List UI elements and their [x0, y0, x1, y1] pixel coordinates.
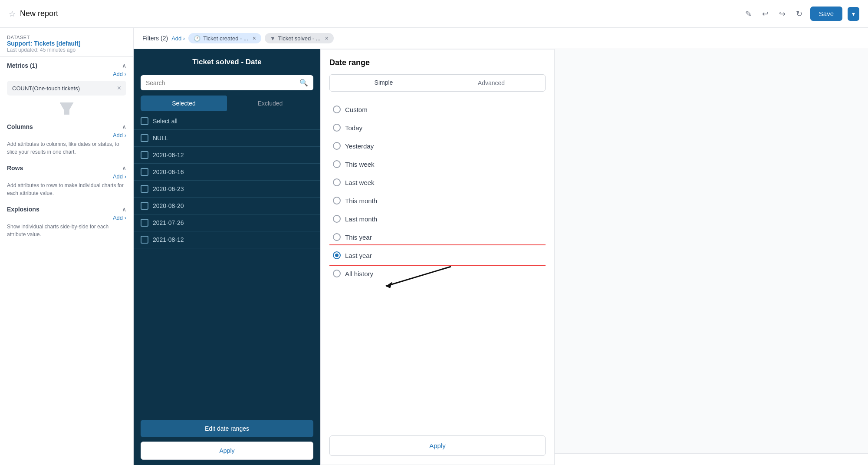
selected-tab[interactable]: Selected	[141, 96, 227, 111]
advanced-tab[interactable]: Advanced	[437, 75, 545, 91]
date-range-panel: Date range Simple Advanced Custom	[320, 49, 555, 465]
list-item-4[interactable]: 2021-07-26	[134, 214, 320, 231]
radio-all-history[interactable]	[333, 270, 341, 277]
list-item-1[interactable]: 2020-06-16	[134, 164, 320, 181]
list-item-select-all[interactable]: Select all	[134, 113, 320, 130]
filter-chip-ticket-solved-close[interactable]: ×	[323, 35, 329, 42]
ticket-solved-popup: Ticket solved - Date 🔍 Selected Excluded	[134, 49, 320, 465]
radio-this-month[interactable]	[333, 197, 341, 204]
metrics-header: Metrics (1) ∧	[0, 57, 133, 71]
list-item-5-label: 2021-08-12	[153, 236, 184, 243]
rows-toggle[interactable]: ∧	[122, 165, 126, 171]
rows-add-link[interactable]: Add ›	[0, 173, 133, 180]
option-custom[interactable]: Custom	[329, 100, 546, 119]
filter-chip-ticket-created[interactable]: 🕐 Ticket created - ... ×	[188, 33, 261, 43]
report-area: Ticket solved - Date 🔍 Selected Excluded	[134, 49, 868, 465]
list-item-3[interactable]: 2020-08-20	[134, 198, 320, 214]
option-yesterday[interactable]: Yesterday	[329, 137, 546, 155]
clock-icon: 🕐	[194, 35, 201, 42]
option-this-month[interactable]: This month	[329, 191, 546, 210]
dataset-section: Dataset Support: Tickets [default] Last …	[0, 28, 133, 57]
apply-button-popup[interactable]: Apply	[141, 442, 313, 460]
save-button[interactable]: Save	[810, 7, 842, 21]
radio-yesterday[interactable]	[333, 142, 341, 150]
top-bar: ☆ New report ✎ ↩ ↪ ↻ Save ▾	[0, 0, 868, 28]
top-bar-left: ☆ New report	[9, 9, 58, 19]
star-icon[interactable]: ☆	[9, 9, 16, 19]
checkbox-5[interactable]	[141, 236, 148, 244]
popup-search-container[interactable]: 🔍	[141, 75, 313, 90]
option-last-week[interactable]: Last week	[329, 173, 546, 191]
option-all-history[interactable]: All history	[329, 264, 546, 283]
radio-custom[interactable]	[333, 106, 341, 113]
explosions-desc: Show individual charts side-by-side for …	[0, 221, 133, 242]
radio-last-year-inner	[335, 254, 339, 257]
explosions-add-link[interactable]: Add ›	[0, 214, 133, 221]
radio-today[interactable]	[333, 124, 341, 132]
metrics-toggle[interactable]: ∧	[122, 62, 126, 69]
option-last-year[interactable]: Last year	[329, 246, 546, 264]
option-last-month-label: Last month	[345, 215, 377, 223]
metric-chip-close[interactable]: ×	[117, 84, 121, 92]
checkbox-4[interactable]	[141, 219, 148, 227]
date-range-apply-button[interactable]: Apply	[329, 435, 546, 456]
option-last-year-label: Last year	[345, 252, 372, 259]
simple-tab[interactable]: Simple	[330, 75, 437, 91]
undo-icon[interactable]: ↩	[760, 7, 771, 21]
list-item-null-label: NULL	[153, 135, 168, 142]
excluded-tab[interactable]: Excluded	[227, 96, 313, 111]
popup-tabs: Selected Excluded	[141, 96, 313, 111]
checkbox-select-all[interactable]	[141, 117, 148, 125]
search-input[interactable]	[146, 79, 299, 86]
redo-icon[interactable]: ↪	[776, 7, 788, 21]
popup-overlay: Ticket solved - Date 🔍 Selected Excluded	[134, 49, 868, 465]
filter-chip-ticket-created-close[interactable]: ×	[251, 35, 256, 42]
filter-chip-ticket-solved-label: Ticket solved - ...	[278, 35, 321, 42]
option-today-label: Today	[345, 124, 362, 132]
columns-header: Columns ∧	[0, 118, 133, 132]
option-last-month[interactable]: Last month	[329, 210, 546, 228]
columns-toggle[interactable]: ∧	[122, 123, 126, 130]
checkbox-2[interactable]	[141, 185, 148, 193]
list-item-2-label: 2020-06-23	[153, 185, 184, 192]
radio-this-year[interactable]	[333, 233, 341, 241]
option-last-week-label: Last week	[345, 179, 375, 186]
dataset-updated: Last updated: 45 minutes ago	[7, 47, 126, 53]
list-item-5[interactable]: 2021-08-12	[134, 231, 320, 248]
checkbox-0[interactable]	[141, 151, 148, 159]
list-item-0[interactable]: 2020-06-12	[134, 147, 320, 164]
filter-add-link[interactable]: Add ›	[171, 35, 185, 42]
filter-chip-ticket-solved[interactable]: ▼ Ticket solved - ... ×	[265, 33, 334, 43]
search-icon[interactable]: 🔍	[299, 79, 308, 87]
filter-chip-ticket-created-label: Ticket created - ...	[203, 35, 248, 42]
radio-this-week[interactable]	[333, 160, 341, 168]
list-item-null[interactable]: NULL	[134, 130, 320, 147]
rows-header: Rows ∧	[0, 159, 133, 173]
dataset-label: Dataset	[7, 35, 126, 40]
refresh-icon[interactable]: ↻	[793, 7, 805, 21]
metrics-add-link[interactable]: Add ›	[0, 71, 133, 77]
option-today[interactable]: Today	[329, 119, 546, 137]
edit-icon[interactable]: ✎	[743, 7, 754, 21]
checkbox-1[interactable]	[141, 168, 148, 176]
radio-last-month[interactable]	[333, 215, 341, 223]
list-item-1-label: 2020-06-16	[153, 168, 184, 175]
content-area: Filters (2) Add › 🕐 Ticket created - ...…	[134, 28, 868, 465]
radio-last-year[interactable]	[333, 251, 341, 259]
explosions-title: Explosions	[7, 206, 39, 213]
save-dropdown-button[interactable]: ▾	[848, 7, 859, 21]
checkbox-null[interactable]	[141, 134, 148, 142]
list-item-select-all-label: Select all	[153, 118, 178, 125]
option-custom-label: Custom	[345, 106, 368, 113]
radio-last-week[interactable]	[333, 178, 341, 186]
checkbox-3[interactable]	[141, 202, 148, 210]
edit-date-ranges-button[interactable]: Edit date ranges	[141, 420, 313, 437]
explosions-toggle[interactable]: ∧	[122, 206, 126, 213]
option-this-month-label: This month	[345, 197, 377, 204]
columns-add-link[interactable]: Add ›	[0, 132, 133, 139]
list-item-2[interactable]: 2020-06-23	[134, 181, 320, 198]
option-this-week[interactable]: This week	[329, 155, 546, 173]
popup-list: Select all NULL 2020-06-12 2020-06-	[134, 113, 320, 415]
option-this-week-label: This week	[345, 161, 375, 168]
option-this-year[interactable]: This year	[329, 228, 546, 246]
